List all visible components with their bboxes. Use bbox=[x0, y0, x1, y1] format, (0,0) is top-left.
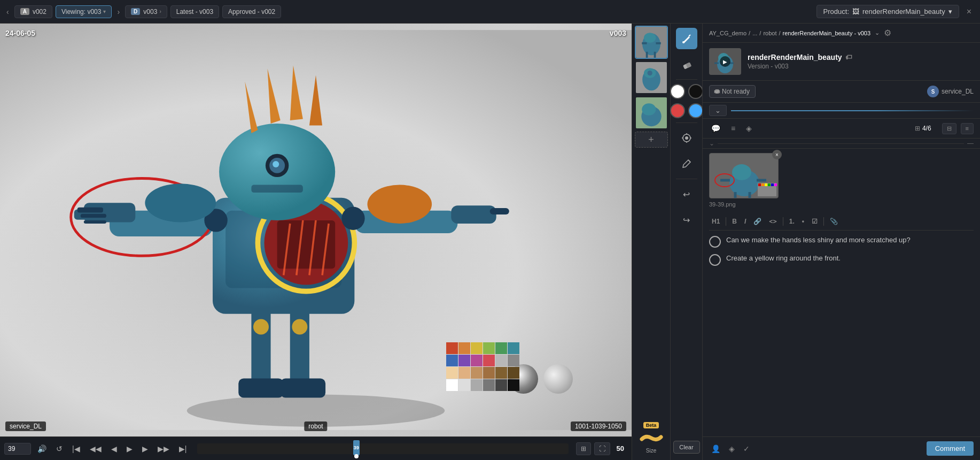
section-expand-icon[interactable]: ⌄ bbox=[709, 140, 714, 147]
expand-btn[interactable]: ⌄ bbox=[709, 105, 727, 116]
color-swatch bbox=[495, 355, 507, 366]
thumbnail-3[interactable] bbox=[635, 96, 668, 129]
color-swatch bbox=[495, 342, 507, 354]
comment-submit-btn[interactable]: Comment bbox=[927, 441, 974, 456]
thumbnail-2[interactable] bbox=[635, 61, 668, 94]
svg-rect-29 bbox=[77, 208, 103, 213]
svg-rect-35 bbox=[451, 205, 496, 224]
text-code-btn[interactable]: <> bbox=[766, 216, 779, 227]
play-btn[interactable]: ▶ bbox=[123, 442, 136, 455]
not-ready-badge[interactable]: NR Not ready bbox=[709, 85, 756, 98]
asset-thumb-play[interactable]: ▶ bbox=[720, 56, 730, 67]
color-swatch bbox=[483, 367, 495, 379]
prev-nav-arrow[interactable]: ‹ bbox=[4, 5, 11, 18]
breadcrumb-folder: robot bbox=[763, 30, 776, 36]
latest-btn[interactable]: Latest - v003 bbox=[170, 5, 219, 18]
timeline-dot bbox=[354, 454, 359, 458]
tab-layout-btn[interactable]: ⊟ bbox=[942, 123, 956, 134]
attachment-filename: 39-39.png bbox=[709, 201, 974, 208]
tab-comment-icon[interactable]: 💬 bbox=[709, 122, 722, 135]
draw-tool-btn[interactable] bbox=[676, 28, 697, 49]
svg-rect-5 bbox=[281, 378, 325, 397]
color-swatch bbox=[458, 379, 470, 391]
text-bold-btn[interactable]: B bbox=[729, 216, 740, 227]
eyedropper-btn[interactable] bbox=[676, 153, 697, 174]
tab-text-icon[interactable]: ≡ bbox=[729, 122, 737, 135]
frame-input[interactable]: 39 bbox=[4, 443, 31, 455]
tab-list-btn[interactable]: ≡ bbox=[961, 123, 974, 134]
text-ul-btn[interactable]: • bbox=[799, 216, 807, 227]
thumbnail-1[interactable] bbox=[635, 26, 668, 59]
skip-end-btn[interactable]: ▶| bbox=[176, 442, 190, 455]
black-swatch[interactable] bbox=[688, 84, 703, 99]
eraser-tool-btn[interactable] bbox=[676, 53, 697, 75]
clear-btn[interactable]: Clear bbox=[673, 441, 700, 454]
breadcrumb-settings-icon[interactable]: ⚙ bbox=[884, 28, 891, 38]
text-italic-btn[interactable]: I bbox=[742, 216, 749, 227]
add-thumbnail-btn[interactable]: + bbox=[635, 132, 668, 148]
layer-btn[interactable]: ◈ bbox=[727, 442, 737, 455]
tab-layers-icon[interactable]: ◈ bbox=[744, 122, 754, 135]
svg-rect-4 bbox=[238, 378, 283, 397]
check-btn[interactable]: ✓ bbox=[741, 442, 752, 455]
badge-d-btn[interactable]: D v003 › bbox=[125, 5, 167, 18]
breadcrumb-more-icon[interactable]: ⌄ bbox=[875, 29, 880, 36]
color-swatch bbox=[471, 379, 483, 391]
text-link-btn[interactable]: 🔗 bbox=[751, 216, 764, 227]
toolbar-sep-2 bbox=[783, 217, 783, 226]
text-ol-btn[interactable]: 1. bbox=[787, 216, 797, 227]
next-next-btn[interactable]: ▶▶ bbox=[154, 442, 173, 455]
attachment-close-btn[interactable]: × bbox=[772, 150, 782, 159]
viewing-label: Viewing: v003 bbox=[61, 8, 102, 16]
viewer-canvas[interactable]: 24-06-05 v003 service_DL robot 1001-1039… bbox=[0, 24, 632, 436]
svg-rect-36 bbox=[490, 208, 509, 214]
product-icon: 🖼 bbox=[852, 7, 859, 16]
magic-wand-btn[interactable] bbox=[676, 127, 697, 149]
white-swatch[interactable] bbox=[670, 84, 685, 99]
prev-version-btn[interactable]: A v002 bbox=[14, 5, 52, 18]
product-selector[interactable]: Product: 🖼 renderRenderMain_beauty ▾ bbox=[816, 5, 959, 18]
grid-view-btn[interactable]: ⊞ bbox=[576, 442, 591, 455]
product-dropdown-icon: ▾ bbox=[948, 7, 952, 16]
step-back-btn[interactable]: ◀ bbox=[108, 442, 120, 455]
svg-line-54 bbox=[689, 35, 690, 36]
timeline-marker[interactable]: 39 bbox=[353, 440, 360, 455]
fullscreen-btn[interactable]: ⛶ bbox=[594, 442, 610, 455]
color-swatch bbox=[508, 367, 519, 379]
next-nav-arrow[interactable]: › bbox=[115, 5, 122, 18]
red-swatch[interactable] bbox=[670, 103, 685, 118]
prev-prev-btn[interactable]: ◀◀ bbox=[87, 442, 105, 455]
skip-start-btn[interactable]: |◀ bbox=[69, 442, 83, 455]
user-badge: S service_DL bbox=[927, 86, 974, 97]
frame-range-overlay: 1001-1039-1050 bbox=[571, 421, 626, 431]
expand-row: ⌄ bbox=[703, 103, 980, 119]
attachment-preview bbox=[709, 153, 779, 198]
service-overlay: service_DL bbox=[5, 421, 46, 431]
timeline[interactable]: 39 bbox=[197, 443, 568, 454]
close-button[interactable]: × bbox=[962, 5, 976, 19]
loop-btn[interactable]: ↺ bbox=[53, 442, 66, 455]
asset-thumbnail: ▶ bbox=[709, 48, 741, 75]
sound-btn[interactable]: 🔊 bbox=[34, 442, 50, 455]
text-attach-btn[interactable]: 📎 bbox=[827, 216, 841, 227]
text-toolbar: H1 B I 🔗 <> 1. • ☑ 📎 bbox=[709, 213, 974, 231]
text-check-btn[interactable]: ☑ bbox=[809, 216, 820, 227]
progress-bar bbox=[731, 110, 974, 111]
color-swatch bbox=[508, 355, 519, 366]
undo-btn[interactable]: ↩ bbox=[676, 183, 697, 205]
viewing-version-btn[interactable]: Viewing: v003 ▾ bbox=[56, 5, 112, 18]
approved-btn[interactable]: Approved - v002 bbox=[222, 5, 281, 18]
tag-icon[interactable]: 🏷 bbox=[845, 53, 852, 61]
color-swatch bbox=[458, 355, 470, 366]
mention-btn[interactable]: 👤 bbox=[709, 442, 722, 455]
step-fwd-btn[interactable]: ▶ bbox=[139, 442, 151, 455]
blue-swatch[interactable] bbox=[688, 103, 703, 118]
color-swatch bbox=[446, 379, 458, 391]
redo-btn[interactable]: ↪ bbox=[676, 209, 697, 231]
robot-overlay: robot bbox=[304, 421, 327, 431]
svg-rect-82 bbox=[768, 183, 771, 186]
prev-version-badge: A bbox=[20, 8, 29, 15]
section-divider bbox=[718, 143, 964, 144]
text-h1-btn[interactable]: H1 bbox=[709, 216, 722, 227]
section-collapse-icon[interactable]: — bbox=[967, 140, 974, 147]
